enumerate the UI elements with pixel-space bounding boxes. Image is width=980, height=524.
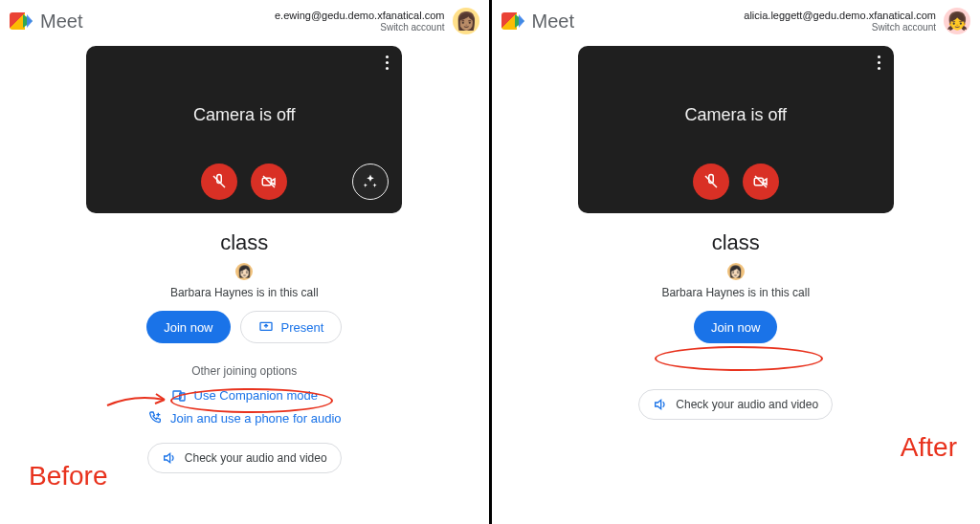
brand-name: Meet xyxy=(40,11,82,33)
video-preview: Camera is off xyxy=(578,46,894,213)
speaker-check-icon xyxy=(162,450,177,466)
companion-mode-label: Use Companion mode xyxy=(194,388,318,403)
kebab-menu-icon[interactable] xyxy=(878,55,880,70)
brand: Meet xyxy=(501,11,574,33)
present-label: Present xyxy=(281,320,324,335)
avatar[interactable]: 👩🏽 xyxy=(453,8,479,34)
switch-account-link[interactable]: Switch account xyxy=(275,22,445,33)
camera-toggle-button[interactable] xyxy=(743,164,779,200)
speaker-check-icon xyxy=(653,397,668,412)
header: Meet e.ewing@gedu.demo.xfanatical.com Sw… xyxy=(10,6,479,36)
phone-audio-link[interactable]: Join and use a phone for audio xyxy=(147,410,342,426)
camera-off-label: Camera is off xyxy=(578,105,894,125)
companion-icon xyxy=(171,387,187,403)
in-call-text: Barbara Haynes is in this call xyxy=(501,286,971,299)
mic-toggle-button[interactable] xyxy=(201,164,237,200)
check-av-button[interactable]: Check your audio and video xyxy=(638,389,833,420)
brand-name: Meet xyxy=(532,11,574,33)
present-button[interactable]: Present xyxy=(240,311,343,343)
participant-avatar: 👩🏻 xyxy=(727,263,745,280)
join-now-button[interactable]: Join now xyxy=(146,311,230,343)
header: Meet alicia.leggett@gedu.demo.xfanatical… xyxy=(501,6,971,36)
annotation-after-label: After xyxy=(901,432,957,463)
meet-logo-icon xyxy=(501,11,526,32)
camera-toggle-button[interactable] xyxy=(251,164,287,200)
participant-avatar: 👩🏻 xyxy=(235,263,253,280)
video-preview: Camera is off xyxy=(86,46,402,213)
after-pane: Meet alicia.leggett@gedu.demo.xfanatical… xyxy=(492,0,981,524)
before-pane: Meet e.ewing@gedu.demo.xfanatical.com Sw… xyxy=(0,0,489,524)
check-av-button[interactable]: Check your audio and video xyxy=(147,443,342,473)
effects-button[interactable] xyxy=(352,164,389,200)
other-options-label: Other joining options xyxy=(10,364,479,378)
meeting-name: class xyxy=(10,230,479,255)
camera-off-label: Camera is off xyxy=(86,105,402,125)
account-area: alicia.leggett@gedu.demo.xfanatical.com … xyxy=(744,8,970,34)
present-icon xyxy=(258,319,274,335)
check-av-label: Check your audio and video xyxy=(185,451,327,465)
account-email: alicia.leggett@gedu.demo.xfanatical.com xyxy=(744,10,936,22)
check-av-label: Check your audio and video xyxy=(676,398,818,411)
account-email: e.ewing@gedu.demo.xfanatical.com xyxy=(275,10,445,22)
meet-logo-icon xyxy=(10,11,34,32)
phone-audio-label: Join and use a phone for audio xyxy=(170,411,342,426)
avatar[interactable]: 👧 xyxy=(944,8,970,34)
in-call-text: Barbara Haynes is in this call xyxy=(10,286,479,299)
join-now-button[interactable]: Join now xyxy=(694,311,777,343)
account-area: e.ewing@gedu.demo.xfanatical.com Switch … xyxy=(275,8,479,34)
switch-account-link[interactable]: Switch account xyxy=(744,22,936,33)
kebab-menu-icon[interactable] xyxy=(386,55,389,70)
meeting-name: class xyxy=(501,230,971,255)
companion-mode-link[interactable]: Use Companion mode xyxy=(171,387,318,403)
phone-plus-icon xyxy=(147,410,163,426)
mic-toggle-button[interactable] xyxy=(693,164,729,200)
brand: Meet xyxy=(10,11,82,33)
